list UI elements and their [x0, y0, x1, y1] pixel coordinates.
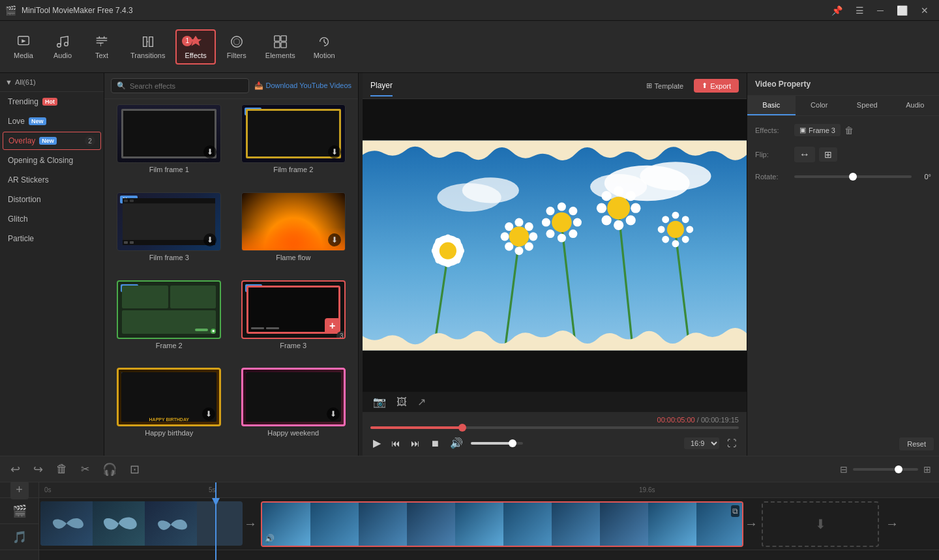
app-title: MiniTool MovieMaker Free 7.4.3 — [22, 6, 133, 15]
flip-horizontal-btn[interactable]: ↔ — [794, 147, 815, 162]
aspect-ratio-select[interactable]: 16:9 9:16 1:1 4:3 — [684, 437, 719, 449]
next-btn[interactable]: ⏭ — [408, 435, 423, 451]
svg-rect-7 — [275, 35, 280, 40]
close-button[interactable]: ✕ — [916, 3, 934, 18]
svg-point-51 — [626, 191, 636, 201]
redo-btn[interactable]: ↪ — [31, 460, 46, 479]
sidebar-item-opening-closing[interactable]: Opening & Closing — [0, 151, 104, 170]
zoom-slider[interactable] — [853, 468, 918, 471]
sidebar-item-ar-stickers[interactable]: AR Stickers — [0, 170, 104, 190]
crop-btn[interactable]: ⊡ — [127, 460, 142, 479]
effect-item-happy-birthday[interactable]: New HAPPY BIRTHDAY ⬇ Happy birthday — [110, 368, 229, 450]
svg-text:T: T — [99, 42, 102, 48]
app-icon: 🎬 — [5, 5, 16, 16]
svg-point-25 — [457, 247, 464, 254]
toolbar-item-audio[interactable]: Audio — [44, 31, 81, 63]
track-label-video: 🎬 — [0, 498, 38, 524]
progress-thumb[interactable] — [458, 424, 466, 432]
pin-button[interactable]: 📌 — [826, 3, 848, 18]
sidebar-item-overlay[interactable]: Overlay New 2 — [3, 132, 101, 150]
delete-clip-btn[interactable]: 🗑 — [53, 460, 70, 479]
property-tab-basic[interactable]: Basic — [747, 96, 796, 115]
property-tab-audio[interactable]: Audio — [891, 96, 940, 115]
progress-fill — [370, 426, 462, 429]
search-input[interactable] — [130, 82, 243, 90]
toolbar-elements-label: Elements — [265, 52, 295, 59]
zoom-thumb[interactable] — [895, 465, 902, 473]
toolbar-item-text[interactable]: T Text — [83, 31, 120, 63]
toolbar-item-elements[interactable]: Elements — [258, 31, 303, 63]
volume-slider[interactable] — [471, 442, 523, 445]
effect-thumb-flame-flow[interactable]: ⬇ — [241, 192, 346, 251]
sidebar-item-glitch[interactable]: Glitch — [0, 209, 104, 229]
audio-detect-btn[interactable]: 🎧 — [100, 460, 119, 479]
effect-item-film-frame-2[interactable]: New ⬇ Film frame 2 — [234, 104, 353, 187]
export-btn[interactable]: ⬆ Export — [694, 79, 739, 93]
effect-item-happy-weekend[interactable]: New ⬇ Happy weekend — [234, 368, 353, 450]
toolbar-transitions-label: Transitions — [130, 52, 165, 59]
svg-point-67 — [667, 221, 684, 238]
trending-badge: Hot — [42, 98, 57, 106]
reset-btn[interactable]: Reset — [899, 437, 934, 450]
stop-btn[interactable]: ⏹ — [428, 435, 442, 451]
effect-thumb-film-frame-2[interactable]: New ⬇ — [241, 104, 346, 163]
svg-point-63 — [672, 240, 679, 247]
sidebar-item-distortion[interactable]: Distortion — [0, 190, 104, 209]
minimize-button[interactable]: ─ — [872, 3, 889, 18]
property-tab-speed[interactable]: Speed — [843, 96, 891, 115]
timeline-right: 0s 5s 19.6s — [39, 482, 939, 560]
search-box[interactable]: 🔍 — [111, 78, 249, 93]
effect-item-frame-3[interactable]: New + 3 Frame 3 — [234, 280, 353, 363]
play-btn[interactable]: ▶ — [370, 434, 383, 452]
add-frame3-btn[interactable]: + — [325, 318, 340, 334]
player-tab-player[interactable]: Player — [370, 76, 393, 96]
progress-bar[interactable] — [370, 426, 739, 429]
effect-thumb-frame-2[interactable]: New ● — [117, 280, 221, 339]
toolbar-item-media[interactable]: Media — [5, 31, 42, 63]
svg-point-65 — [658, 226, 665, 233]
effect-thumb-happy-birthday[interactable]: New HAPPY BIRTHDAY ⬇ — [117, 368, 221, 426]
svg-point-16 — [462, 177, 519, 203]
effect-item-film-frame-1[interactable]: ⬇ Film frame 1 — [110, 104, 229, 187]
flip-dropdown-btn[interactable]: ⊞ — [819, 147, 837, 162]
rotate-slider[interactable] — [794, 175, 912, 178]
property-tab-color[interactable]: Color — [796, 96, 844, 115]
prev-btn[interactable]: ⏮ — [389, 435, 403, 451]
toolbar-item-effects[interactable]: 1 Effects — [175, 29, 215, 65]
download-youtube-btn[interactable]: 📥 Download YouTube Videos — [254, 81, 351, 90]
empty-slot[interactable]: ⬇ — [762, 501, 879, 547]
time-separator: / — [695, 416, 701, 424]
maximize-button[interactable]: ⬜ — [891, 3, 913, 18]
undo-btn[interactable]: ↩ — [8, 460, 23, 479]
delete-effect-btn[interactable]: 🗑 — [844, 125, 854, 136]
image-btn[interactable]: 🖼 — [396, 396, 407, 408]
effect-thumb-film-frame-1[interactable]: ⬇ — [117, 104, 221, 163]
toolbar-item-motion[interactable]: Motion — [306, 31, 343, 63]
timeline-add-btn[interactable]: + — [10, 482, 29, 499]
volume-thumb[interactable] — [509, 439, 516, 447]
effect-name-film3: Film frame 3 — [149, 254, 189, 261]
effect-thumb-happy-weekend[interactable]: New ⬇ — [241, 368, 346, 426]
fullscreen-btn[interactable]: ⛶ — [724, 435, 739, 451]
effect-item-film-frame-3[interactable]: New ⬇ Film frame 3 — [110, 192, 229, 275]
rotate-thumb[interactable] — [849, 173, 857, 181]
video-camera-btn[interactable]: 📷 — [373, 396, 386, 408]
svg-point-59 — [672, 212, 679, 219]
sidebar-item-love[interactable]: Love New — [0, 111, 104, 131]
volume-btn[interactable]: 🔊 — [447, 434, 466, 452]
toolbar-item-transitions[interactable]: Transitions — [123, 31, 173, 63]
effect-thumb-frame-3[interactable]: New + 3 — [241, 280, 346, 339]
effect-item-flame-flow[interactable]: ⬇ Flame flow — [234, 192, 353, 275]
effect-item-frame-2[interactable]: New ● Frame 2 — [110, 280, 229, 363]
flip-property-row: Flip: ↔ ⊞ — [755, 147, 931, 162]
main-video-clip[interactable]: ⧉ 🔊 — [261, 501, 743, 547]
cut-btn[interactable]: ✂ — [78, 460, 92, 478]
share-btn[interactable]: ↗ — [417, 396, 426, 408]
template-btn[interactable]: ⊞ Template — [641, 79, 689, 93]
menu-button[interactable]: ☰ — [850, 3, 869, 18]
timeline-toolbar: ↩ ↪ 🗑 ✂ 🎧 ⊡ ⊟ ⊞ — [0, 456, 939, 482]
effect-thumb-film-frame-3[interactable]: New ⬇ — [117, 192, 221, 251]
sidebar-item-trending[interactable]: Trending Hot — [0, 92, 104, 111]
toolbar-item-filters[interactable]: Filters — [218, 31, 255, 63]
sidebar-item-particle[interactable]: Particle — [0, 229, 104, 248]
